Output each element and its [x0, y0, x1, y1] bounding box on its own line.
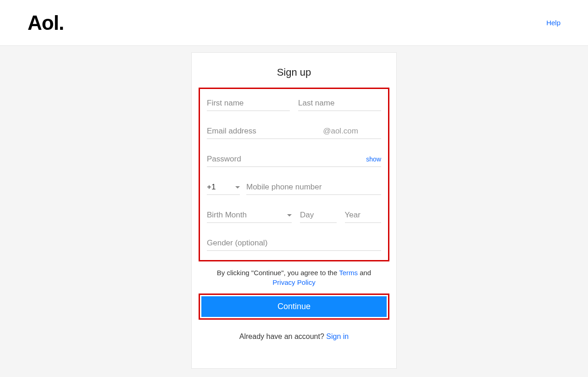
- gender-input[interactable]: [207, 236, 381, 251]
- country-code-select[interactable]: +1: [207, 180, 240, 195]
- email-input[interactable]: [207, 124, 323, 139]
- phone-row: +1: [207, 180, 381, 195]
- main-container: Sign up @aol.com show +1: [0, 46, 588, 369]
- name-row: [207, 96, 381, 111]
- email-row: @aol.com: [207, 124, 381, 139]
- terms-link[interactable]: Terms: [339, 269, 358, 277]
- first-name-input[interactable]: [207, 96, 290, 111]
- email-suffix: @aol.com: [323, 127, 381, 136]
- chevron-down-icon: [235, 186, 240, 188]
- continue-highlight-box: Continue: [199, 294, 389, 320]
- header: Aol. Help: [0, 0, 588, 46]
- aol-logo: Aol.: [28, 11, 64, 34]
- phone-input[interactable]: [246, 180, 381, 195]
- password-row: show: [207, 152, 381, 167]
- terms-prefix: By clicking "Continue", you agree to the: [217, 269, 339, 277]
- continue-button[interactable]: Continue: [201, 296, 387, 317]
- privacy-link[interactable]: Privacy Policy: [272, 278, 315, 286]
- country-code-value: +1: [207, 183, 233, 192]
- birth-month-select[interactable]: Birth Month: [207, 208, 292, 223]
- terms-text: By clicking "Continue", you agree to the…: [205, 268, 383, 287]
- signup-card: Sign up @aol.com show +1: [191, 52, 397, 369]
- birth-year-input[interactable]: [345, 208, 382, 223]
- signin-link[interactable]: Sign in: [326, 333, 349, 340]
- chevron-down-icon: [287, 214, 292, 216]
- password-input[interactable]: [207, 152, 366, 166]
- terms-middle: and: [358, 269, 371, 277]
- show-password-link[interactable]: show: [366, 155, 381, 163]
- help-link[interactable]: Help: [546, 19, 560, 27]
- form-highlight-box: @aol.com show +1 Birth Month: [199, 88, 389, 261]
- page-title: Sign up: [199, 67, 389, 78]
- signin-text: Already have an account? Sign in: [199, 333, 389, 341]
- signin-prefix: Already have an account?: [239, 333, 326, 340]
- birth-day-input[interactable]: [300, 208, 337, 223]
- birth-month-placeholder: Birth Month: [207, 211, 284, 220]
- last-name-input[interactable]: [298, 96, 381, 111]
- birth-row: Birth Month: [207, 208, 381, 223]
